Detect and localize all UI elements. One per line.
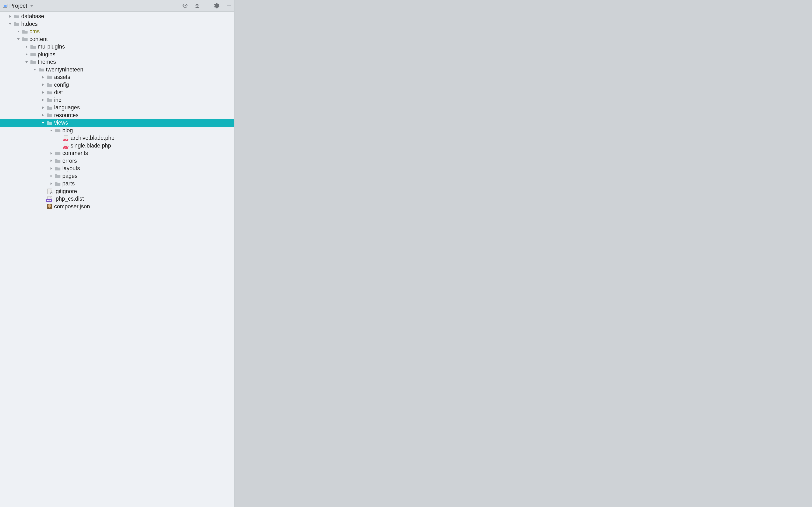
- project-panel-header: Project: [0, 0, 234, 12]
- chevron-right-icon[interactable]: [24, 45, 29, 49]
- blade-file-icon: [63, 143, 69, 148]
- folder-icon: [46, 82, 53, 88]
- settings-button[interactable]: [213, 2, 220, 9]
- chevron-right-icon[interactable]: [41, 106, 45, 109]
- tree-folder[interactable]: comments: [0, 150, 234, 157]
- chevron-down-icon[interactable]: [16, 38, 21, 41]
- chevron-down-icon[interactable]: [8, 22, 12, 25]
- chevron-right-icon[interactable]: [49, 159, 54, 163]
- tree-folder[interactable]: resources: [0, 112, 234, 119]
- tree-folder[interactable]: mu-plugins: [0, 43, 234, 51]
- tree-file[interactable]: single.blade.php: [0, 142, 234, 150]
- panel-title: Project: [9, 2, 27, 9]
- tree-item-label: themes: [38, 59, 56, 65]
- tree-item-label: errors: [62, 158, 77, 164]
- folder-icon: [55, 181, 61, 186]
- project-tree[interactable]: databasehtdocscmscontentmu-pluginsplugin…: [0, 12, 234, 507]
- tree-folder[interactable]: inc: [0, 96, 234, 104]
- tree-item-label: views: [54, 119, 68, 126]
- tree-item-label: cms: [30, 28, 40, 35]
- scope-target-button[interactable]: [182, 2, 189, 9]
- svg-rect-8: [195, 6, 199, 6]
- tree-item-label: .gitignore: [54, 188, 77, 194]
- tree-folder[interactable]: plugins: [0, 51, 234, 58]
- tree-folder[interactable]: twentynineteen: [0, 66, 234, 74]
- blade-file-icon: [63, 135, 69, 141]
- chevron-right-icon[interactable]: [24, 53, 29, 56]
- tree-item-label: htdocs: [21, 21, 38, 27]
- tree-folder[interactable]: parts: [0, 180, 234, 187]
- folder-icon: [46, 74, 53, 80]
- tree-file[interactable]: PHP.php_cs.dist: [0, 195, 234, 203]
- chevron-right-icon[interactable]: [41, 113, 45, 117]
- chevron-right-icon[interactable]: [41, 83, 45, 87]
- tree-item-label: archive.blade.php: [70, 135, 114, 141]
- tree-folder[interactable]: config: [0, 81, 234, 89]
- folder-icon: [22, 29, 28, 34]
- tree-file[interactable]: composer.json: [0, 203, 234, 211]
- tree-folder[interactable]: views: [0, 119, 234, 127]
- folder-icon: [55, 128, 61, 133]
- chevron-down-icon[interactable]: [49, 129, 54, 132]
- folder-icon: [46, 113, 53, 118]
- project-view-icon: [2, 3, 8, 8]
- folder-icon: [46, 97, 53, 103]
- tree-folder[interactable]: htdocs: [0, 20, 234, 28]
- svg-rect-9: [227, 6, 231, 6]
- tree-folder[interactable]: assets: [0, 73, 234, 81]
- folder-icon: [55, 173, 61, 179]
- tree-item-label: blog: [62, 127, 73, 134]
- ignored-file-icon: [46, 188, 53, 194]
- tree-item-label: resources: [54, 112, 79, 119]
- app-root: Project: [0, 0, 812, 507]
- folder-icon: [30, 59, 36, 65]
- tree-folder[interactable]: database: [0, 12, 234, 20]
- tree-file[interactable]: .gitignore: [0, 187, 234, 195]
- tree-folder[interactable]: content: [0, 36, 234, 43]
- tree-item-label: parts: [62, 180, 75, 187]
- svg-point-3: [185, 5, 186, 6]
- chevron-down-icon: [30, 2, 34, 9]
- tree-folder[interactable]: dist: [0, 89, 234, 96]
- tree-folder[interactable]: languages: [0, 104, 234, 112]
- folder-icon: [38, 67, 45, 72]
- chevron-down-icon[interactable]: [41, 121, 45, 125]
- project-view-selector[interactable]: Project: [2, 2, 180, 9]
- chevron-down-icon[interactable]: [33, 68, 37, 71]
- tree-item-label: .php_cs.dist: [54, 195, 84, 202]
- svg-rect-1: [4, 5, 6, 7]
- folder-icon: [46, 90, 53, 95]
- tree-item-label: assets: [54, 74, 70, 80]
- folder-icon: [55, 166, 61, 171]
- chevron-right-icon[interactable]: [41, 75, 45, 79]
- tree-item-label: comments: [62, 150, 88, 157]
- chevron-down-icon[interactable]: [24, 60, 29, 64]
- chevron-right-icon[interactable]: [49, 174, 54, 178]
- tree-item-label: inc: [54, 97, 61, 103]
- chevron-right-icon[interactable]: [41, 98, 45, 102]
- tree-folder[interactable]: blog: [0, 127, 234, 134]
- chevron-right-icon[interactable]: [41, 91, 45, 94]
- tree-folder[interactable]: themes: [0, 58, 234, 66]
- folder-icon: [22, 37, 28, 42]
- folder-icon: [55, 158, 61, 163]
- chevron-right-icon[interactable]: [49, 167, 54, 170]
- project-tool-window: Project: [0, 0, 235, 507]
- tree-item-label: layouts: [62, 165, 80, 172]
- tree-folder[interactable]: pages: [0, 172, 234, 180]
- chevron-right-icon[interactable]: [49, 152, 54, 155]
- composer-file-icon: [46, 204, 53, 209]
- php_dist-file-icon: PHP: [46, 196, 53, 202]
- tree-folder[interactable]: errors: [0, 157, 234, 165]
- chevron-right-icon[interactable]: [49, 182, 54, 185]
- chevron-right-icon[interactable]: [16, 30, 21, 33]
- collapse-all-button[interactable]: [194, 2, 201, 9]
- chevron-right-icon[interactable]: [8, 15, 12, 18]
- tree-folder[interactable]: cms: [0, 28, 234, 36]
- tree-item-label: content: [30, 36, 48, 43]
- tree-item-label: dist: [54, 89, 63, 96]
- tree-folder[interactable]: layouts: [0, 165, 234, 172]
- hide-button[interactable]: [225, 2, 232, 9]
- tree-item-label: pages: [62, 173, 78, 179]
- tree-file[interactable]: archive.blade.php: [0, 134, 234, 142]
